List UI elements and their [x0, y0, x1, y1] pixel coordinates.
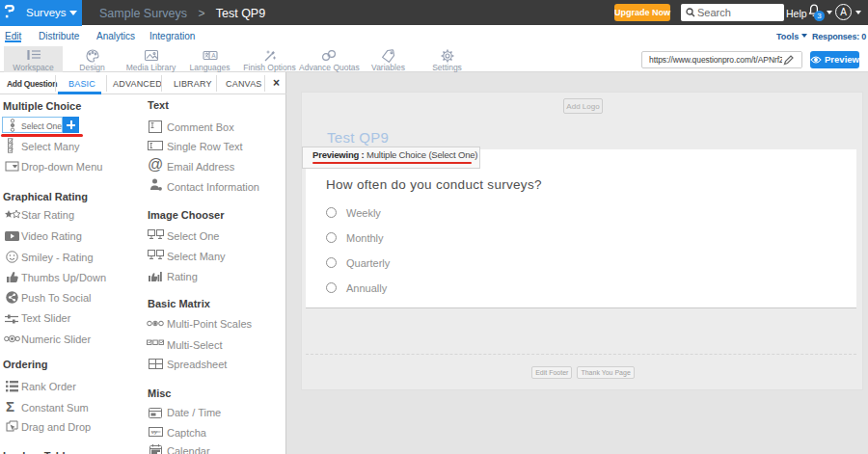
- svg-text:A: A: [211, 52, 216, 59]
